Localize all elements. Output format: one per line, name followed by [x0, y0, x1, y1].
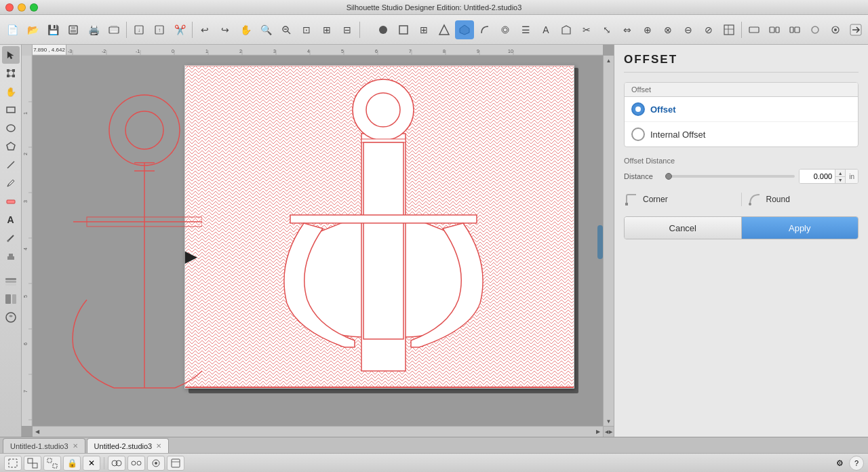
open-button[interactable]: 📂: [23, 20, 42, 39]
offset-tool-button[interactable]: [496, 20, 515, 39]
replicate-button[interactable]: ⊕: [638, 20, 657, 39]
tab-untitled-1[interactable]: Untitled-1.studio3 ✕: [3, 438, 85, 453]
subtract-button[interactable]: ⊖: [679, 20, 698, 39]
offset-distance-title: Offset Distance: [624, 157, 859, 165]
drawing-canvas[interactable]: ◀: [33, 56, 603, 426]
reg2-button[interactable]: [765, 20, 784, 39]
stamp-tool[interactable]: [2, 248, 20, 265]
distance-input[interactable]: [800, 170, 835, 183]
offset-option-offset[interactable]: Offset: [625, 97, 858, 122]
scroll-left-button[interactable]: ◀: [33, 427, 42, 437]
eraser-tool[interactable]: [2, 193, 20, 210]
scrollbar-h[interactable]: ◀ ▶: [33, 426, 603, 437]
blade-tool[interactable]: [2, 229, 20, 247]
zoom-out-button[interactable]: [277, 20, 296, 39]
cut-mat-button[interactable]: [167, 456, 184, 471]
layers-panel-button[interactable]: [2, 272, 20, 290]
trace-button[interactable]: [475, 20, 494, 39]
grid-button[interactable]: ⊞: [414, 20, 433, 39]
corner-option[interactable]: Corner: [624, 192, 736, 207]
reg3-button[interactable]: [785, 20, 804, 39]
media-button[interactable]: [435, 20, 454, 39]
lock-button[interactable]: 🔒: [63, 456, 81, 471]
polygon-tool[interactable]: [2, 138, 20, 155]
minimize-button[interactable]: [18, 3, 26, 12]
svg-text:1: 1: [23, 112, 28, 115]
send-button[interactable]: [846, 20, 865, 39]
bitmap-button[interactable]: [719, 20, 738, 39]
canvas-area[interactable]: 7.890 , 4.642 -3 -2 -1 0 1 2 3 4 5 6 7: [22, 45, 614, 437]
attach-button[interactable]: [108, 456, 125, 471]
rectangle-tool[interactable]: [2, 101, 20, 119]
import-button[interactable]: ↓: [130, 20, 149, 39]
help-button[interactable]: ?: [849, 456, 864, 471]
cut-button[interactable]: ✂️: [170, 20, 189, 39]
node-tool[interactable]: [2, 64, 20, 82]
svg-text:2: 2: [239, 49, 242, 54]
scale-button[interactable]: ⤡: [597, 20, 616, 39]
apply-button[interactable]: Apply: [742, 217, 859, 239]
ellipse-tool[interactable]: [2, 119, 20, 137]
tab-untitled-2[interactable]: Untitled-2.studio3 ✕: [87, 438, 170, 453]
export-button[interactable]: ↑: [150, 20, 169, 39]
scroll-right-button[interactable]: ▶: [593, 427, 603, 437]
scroll-prev-icon[interactable]: ◀: [605, 429, 608, 435]
print-button[interactable]: 🖨️: [84, 20, 103, 39]
point-edit-button[interactable]: [557, 20, 576, 39]
snap-button[interactable]: [147, 456, 165, 471]
round-option[interactable]: Round: [747, 192, 859, 207]
align-button[interactable]: ☰: [516, 20, 535, 39]
knife-button[interactable]: ✂: [577, 20, 596, 39]
reg1-button[interactable]: [745, 20, 764, 39]
zoom-in-button[interactable]: 🔍: [256, 20, 275, 39]
scroll-next-icon[interactable]: ▶: [609, 429, 612, 435]
new-button[interactable]: 📄: [3, 20, 22, 39]
fill-button[interactable]: [374, 20, 393, 39]
library-panel-button[interactable]: [2, 290, 20, 308]
line-button[interactable]: [394, 20, 413, 39]
text-tool[interactable]: A: [2, 211, 20, 229]
print-preview-button[interactable]: [104, 20, 123, 39]
ruler-corner: [22, 45, 33, 56]
undo-button[interactable]: ↩: [195, 20, 214, 39]
offset-option-internal[interactable]: Internal Offset: [625, 122, 858, 146]
pan-tool[interactable]: ✋: [2, 83, 20, 100]
tab-1-close[interactable]: ✕: [73, 442, 78, 450]
distance-decrement-button[interactable]: ▼: [835, 176, 845, 183]
weld-button[interactable]: ⊗: [658, 20, 677, 39]
zoom-window-button[interactable]: ⊞: [317, 20, 336, 39]
distance-increment-button[interactable]: ▲: [835, 170, 845, 176]
distance-slider-thumb[interactable]: [665, 173, 672, 180]
reg5-button[interactable]: [826, 20, 845, 39]
cameo-button[interactable]: [2, 309, 20, 326]
scroll-down-button[interactable]: ▼: [604, 416, 614, 426]
text-tool-button[interactable]: A: [536, 20, 555, 39]
cancel-button[interactable]: Cancel: [625, 217, 742, 239]
settings-button[interactable]: ⚙: [832, 456, 847, 471]
select-all-button[interactable]: [4, 456, 22, 471]
save-button[interactable]: 💾: [43, 20, 62, 39]
save-as-button[interactable]: [64, 20, 83, 39]
line-tool[interactable]: [2, 156, 20, 174]
zoom-custom-button[interactable]: ⊟: [338, 20, 357, 39]
close-button[interactable]: [5, 3, 14, 12]
pointer-tool[interactable]: [2, 46, 20, 64]
delete-button[interactable]: ✕: [83, 456, 100, 471]
distance-slider[interactable]: [665, 175, 795, 178]
zoom-fit-button[interactable]: ⊡: [297, 20, 316, 39]
redo-button[interactable]: ↪: [216, 20, 235, 39]
ungroup-button[interactable]: [43, 456, 61, 471]
reg4-button[interactable]: [806, 20, 825, 39]
compound-button[interactable]: ⊘: [699, 20, 718, 39]
3d-button[interactable]: [455, 20, 474, 39]
scroll-handle-v[interactable]: [597, 225, 603, 259]
scrollbar-v[interactable]: ▲ ▼: [603, 56, 614, 426]
pan-button[interactable]: ✋: [236, 20, 255, 39]
detach-button[interactable]: [127, 456, 145, 471]
mirror-button[interactable]: ⇔: [618, 20, 637, 39]
tab-2-close[interactable]: ✕: [156, 442, 161, 450]
pen-tool[interactable]: [2, 174, 20, 192]
group-button[interactable]: [24, 456, 41, 471]
maximize-button[interactable]: [30, 3, 38, 12]
scroll-up-button[interactable]: ▲: [604, 56, 614, 65]
